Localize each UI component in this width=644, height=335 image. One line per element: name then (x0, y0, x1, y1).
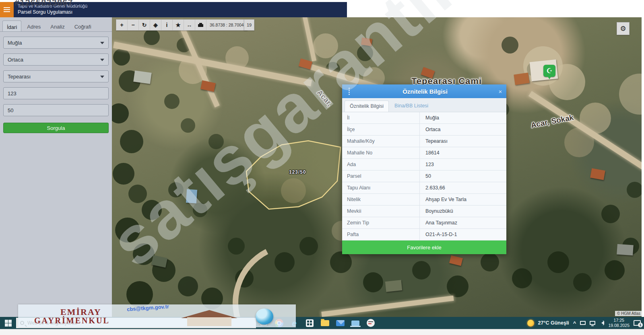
row-label: Mevkii (342, 206, 420, 217)
mail-button[interactable] (332, 317, 348, 329)
store-icon (306, 319, 314, 327)
tray-expand-icon[interactable]: ^ (573, 320, 576, 326)
table-row: Mevkii Boynuzbükü (342, 206, 506, 217)
table-row: Pafta O21-A-15-D-1 (342, 229, 506, 240)
task-view-icon (260, 320, 267, 326)
weather-sun-icon[interactable] (527, 320, 534, 327)
taskbar-search-input[interactable]: Web'de & bilgisayarda (16, 318, 256, 328)
zoom-level-display: 19 (244, 19, 254, 31)
neighborhood-select[interactable]: Tepearası (3, 70, 109, 82)
tab-oznitelik-bilgisi[interactable]: Öznitelik Bilgisi (345, 101, 389, 112)
pc-settings-button[interactable] (348, 317, 363, 329)
parcel-no-input[interactable] (8, 107, 104, 113)
edge-icon: e (292, 319, 297, 327)
task-view-button[interactable] (256, 317, 271, 329)
tab-idari[interactable]: İdari (2, 21, 21, 31)
row-label: Pafta (342, 229, 420, 240)
mosque-marker-icon[interactable]: ☪ (543, 65, 555, 77)
store-button[interactable] (302, 317, 317, 329)
table-row: Zemin Tip Ana Taşınmaz (342, 217, 506, 229)
taskbar-clock[interactable]: 17:2519.08.2025 (608, 318, 630, 328)
network-tray-icon[interactable] (590, 321, 595, 325)
row-value: Ana Taşınmaz (420, 217, 506, 228)
info-icon[interactable]: i (161, 20, 173, 30)
tab-adres[interactable]: Adres (23, 21, 45, 31)
row-label: Parsel (342, 171, 420, 182)
row-label: İlçe (342, 124, 420, 135)
whiteboard-button[interactable] (363, 317, 378, 329)
display-tray-icon[interactable] (580, 321, 586, 325)
row-label: Nitelik (342, 194, 420, 205)
row-value: O21-A-15-D-1 (420, 229, 506, 240)
windows-taskbar: Web'de & bilgisayarda e 27°C Güneşli ^ 1… (0, 317, 644, 329)
table-row: Ada 123 (342, 159, 506, 171)
map-attribution: © HGM Atlas (615, 311, 642, 316)
start-button[interactable] (0, 317, 16, 329)
locate-icon[interactable]: ◈ (150, 20, 161, 30)
system-tray: 27°C Güneşli ^ 17:2519.08.2025 (527, 318, 644, 328)
dialog-tabs: Öznitelik Bilgisi Bina/BB Listesi (342, 98, 506, 112)
gear-icon[interactable]: ⚙ (617, 22, 630, 35)
chrome-button[interactable] (271, 317, 287, 329)
tab-bina-bb-listesi[interactable]: Bina/BB Listesi (390, 101, 433, 112)
tab-cografi[interactable]: Coğrafi (70, 21, 95, 31)
dialog-header[interactable]: Öznitelik Bilgisi × (342, 84, 506, 98)
table-row: Parsel 50 (342, 171, 506, 182)
block-no-input[interactable] (8, 90, 104, 97)
sidebar-tabs: İdari Adres Analiz Coğrafi (0, 17, 112, 32)
row-label: Tapu Alanı (342, 182, 420, 193)
block-field-wrap (3, 87, 109, 99)
folder-icon (321, 320, 329, 326)
row-value: Muğla (420, 112, 506, 123)
action-center-icon[interactable] (634, 320, 641, 326)
table-row: İlçe Ortaca (342, 124, 506, 136)
close-icon[interactable]: × (494, 88, 506, 95)
file-explorer-button[interactable] (317, 317, 332, 329)
parcel-number-label: 123/50 (289, 169, 306, 175)
bottom-edge-strip (0, 329, 644, 335)
row-value: Tepearası (420, 136, 506, 147)
measure-icon[interactable]: ↔ (184, 20, 195, 30)
app-title: Parsel Sorgu Uygulaması (18, 9, 87, 15)
right-edge-strip (642, 17, 644, 317)
zoom-in-icon[interactable]: + (116, 20, 128, 30)
row-label: İl (342, 112, 420, 123)
dialog-title: Öznitelik Bilgisi (356, 88, 494, 95)
zoom-out-icon[interactable]: − (128, 20, 139, 30)
tab-analiz[interactable]: Analiz (46, 21, 68, 31)
drag-handle-icon[interactable] (342, 88, 356, 95)
edge-button[interactable]: e (287, 317, 302, 329)
institution-title: Tapu ve Kadastro Genel Müdürlüğü (18, 4, 87, 8)
print-icon[interactable] (195, 20, 206, 30)
attribute-info-dialog: Öznitelik Bilgisi × Öznitelik Bilgisi Bi… (342, 84, 506, 254)
table-row: Nitelik Ahşap Ev Ve Tarla (342, 194, 506, 206)
mail-icon (336, 320, 345, 326)
chrome-icon (275, 319, 283, 327)
app-header: Tapu ve Kadastro Genel Müdürlüğü Parsel … (0, 2, 347, 17)
row-value: Boynuzbükü (420, 206, 506, 217)
query-button[interactable]: Sorgula (3, 123, 109, 133)
row-value: Ahşap Ev Ve Tarla (420, 194, 506, 205)
weather-status[interactable]: 27°C Güneşli (538, 320, 569, 326)
refresh-icon[interactable]: ↻ (139, 20, 150, 30)
add-to-favorites-button[interactable]: Favorilere ekle (342, 240, 506, 254)
volume-tray-icon[interactable] (599, 321, 604, 325)
table-row: Mahalle/Köy Tepearası (342, 136, 506, 147)
row-label: Mahalle No (342, 147, 420, 158)
row-label: Mahalle/Köy (342, 136, 420, 147)
district-select[interactable]: Ortaca (3, 53, 109, 66)
app-titles: Tapu ve Kadastro Genel Müdürlüğü Parsel … (14, 2, 87, 17)
whiteboard-icon (367, 319, 375, 327)
search-icon (20, 321, 24, 325)
row-value: 50 (420, 171, 506, 182)
table-row: Mahalle No 18614 (342, 147, 506, 159)
hamburger-menu-icon[interactable] (0, 2, 14, 17)
parcel-field-wrap (3, 104, 109, 116)
map-toolbar: + − ↻ ◈ i ★ ↔ 36.8738 : 28.7004 (116, 19, 248, 31)
favorites-icon[interactable]: ★ (173, 20, 184, 30)
province-select[interactable]: Muğla (3, 37, 109, 49)
row-value: 123 (420, 159, 506, 170)
row-value: 2.633,66 (420, 182, 506, 193)
table-row: Tapu Alanı 2.633,66 (342, 182, 506, 194)
district-select-value: Ortaca (8, 57, 23, 63)
